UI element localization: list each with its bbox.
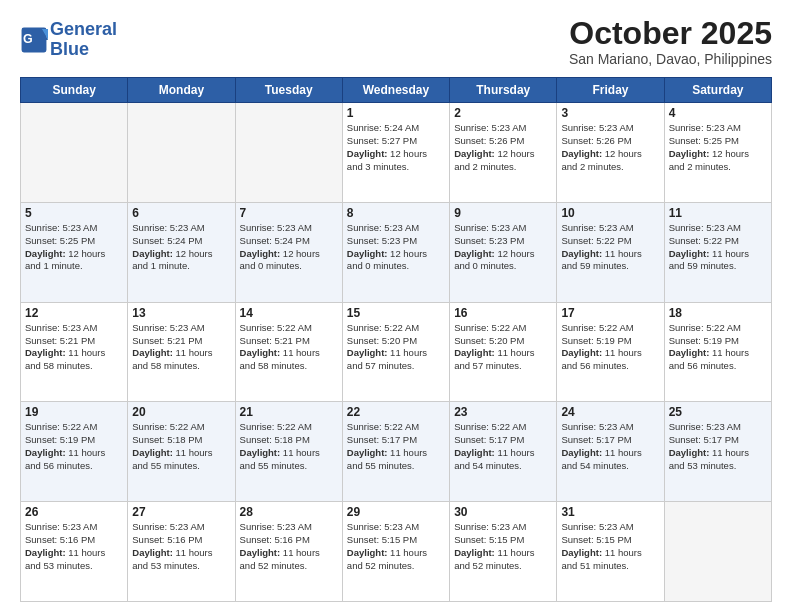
weekday-header-monday: Monday bbox=[128, 78, 235, 103]
weekday-header-friday: Friday bbox=[557, 78, 664, 103]
calendar-week-row: 5Sunrise: 5:23 AMSunset: 5:25 PMDaylight… bbox=[21, 202, 772, 302]
cell-text: Sunrise: 5:23 AMSunset: 5:24 PMDaylight:… bbox=[132, 222, 230, 273]
calendar-cell: 30Sunrise: 5:23 AMSunset: 5:15 PMDayligh… bbox=[450, 502, 557, 602]
calendar-cell: 11Sunrise: 5:23 AMSunset: 5:22 PMDayligh… bbox=[664, 202, 771, 302]
weekday-header-saturday: Saturday bbox=[664, 78, 771, 103]
cell-text: Sunrise: 5:23 AMSunset: 5:17 PMDaylight:… bbox=[561, 421, 659, 472]
cell-text: Sunrise: 5:23 AMSunset: 5:26 PMDaylight:… bbox=[454, 122, 552, 173]
calendar-cell bbox=[21, 103, 128, 203]
day-number: 3 bbox=[561, 106, 659, 120]
cell-text: Sunrise: 5:22 AMSunset: 5:21 PMDaylight:… bbox=[240, 322, 338, 373]
calendar-cell: 15Sunrise: 5:22 AMSunset: 5:20 PMDayligh… bbox=[342, 302, 449, 402]
calendar-cell bbox=[128, 103, 235, 203]
calendar-cell bbox=[664, 502, 771, 602]
calendar-week-row: 12Sunrise: 5:23 AMSunset: 5:21 PMDayligh… bbox=[21, 302, 772, 402]
logo-line2: Blue bbox=[50, 40, 117, 60]
day-number: 26 bbox=[25, 505, 123, 519]
weekday-header-tuesday: Tuesday bbox=[235, 78, 342, 103]
day-number: 21 bbox=[240, 405, 338, 419]
day-number: 4 bbox=[669, 106, 767, 120]
cell-text: Sunrise: 5:22 AMSunset: 5:18 PMDaylight:… bbox=[132, 421, 230, 472]
day-number: 1 bbox=[347, 106, 445, 120]
cell-text: Sunrise: 5:23 AMSunset: 5:23 PMDaylight:… bbox=[454, 222, 552, 273]
day-number: 18 bbox=[669, 306, 767, 320]
cell-text: Sunrise: 5:23 AMSunset: 5:16 PMDaylight:… bbox=[132, 521, 230, 572]
day-number: 19 bbox=[25, 405, 123, 419]
calendar-cell: 9Sunrise: 5:23 AMSunset: 5:23 PMDaylight… bbox=[450, 202, 557, 302]
month-title: October 2025 bbox=[569, 16, 772, 51]
day-number: 24 bbox=[561, 405, 659, 419]
day-number: 20 bbox=[132, 405, 230, 419]
calendar-cell: 10Sunrise: 5:23 AMSunset: 5:22 PMDayligh… bbox=[557, 202, 664, 302]
calendar-cell: 28Sunrise: 5:23 AMSunset: 5:16 PMDayligh… bbox=[235, 502, 342, 602]
day-number: 13 bbox=[132, 306, 230, 320]
day-number: 5 bbox=[25, 206, 123, 220]
day-number: 9 bbox=[454, 206, 552, 220]
calendar-cell: 8Sunrise: 5:23 AMSunset: 5:23 PMDaylight… bbox=[342, 202, 449, 302]
day-number: 6 bbox=[132, 206, 230, 220]
cell-text: Sunrise: 5:23 AMSunset: 5:17 PMDaylight:… bbox=[669, 421, 767, 472]
day-number: 2 bbox=[454, 106, 552, 120]
day-number: 31 bbox=[561, 505, 659, 519]
calendar-week-row: 19Sunrise: 5:22 AMSunset: 5:19 PMDayligh… bbox=[21, 402, 772, 502]
calendar-cell: 4Sunrise: 5:23 AMSunset: 5:25 PMDaylight… bbox=[664, 103, 771, 203]
day-number: 30 bbox=[454, 505, 552, 519]
cell-text: Sunrise: 5:23 AMSunset: 5:26 PMDaylight:… bbox=[561, 122, 659, 173]
day-number: 17 bbox=[561, 306, 659, 320]
cell-text: Sunrise: 5:23 AMSunset: 5:15 PMDaylight:… bbox=[561, 521, 659, 572]
cell-text: Sunrise: 5:23 AMSunset: 5:16 PMDaylight:… bbox=[25, 521, 123, 572]
day-number: 25 bbox=[669, 405, 767, 419]
calendar-cell: 24Sunrise: 5:23 AMSunset: 5:17 PMDayligh… bbox=[557, 402, 664, 502]
day-number: 16 bbox=[454, 306, 552, 320]
calendar-cell: 1Sunrise: 5:24 AMSunset: 5:27 PMDaylight… bbox=[342, 103, 449, 203]
calendar-week-row: 1Sunrise: 5:24 AMSunset: 5:27 PMDaylight… bbox=[21, 103, 772, 203]
day-number: 8 bbox=[347, 206, 445, 220]
cell-text: Sunrise: 5:23 AMSunset: 5:25 PMDaylight:… bbox=[669, 122, 767, 173]
calendar-cell: 14Sunrise: 5:22 AMSunset: 5:21 PMDayligh… bbox=[235, 302, 342, 402]
calendar-cell: 7Sunrise: 5:23 AMSunset: 5:24 PMDaylight… bbox=[235, 202, 342, 302]
svg-text:G: G bbox=[23, 32, 33, 46]
calendar-cell: 27Sunrise: 5:23 AMSunset: 5:16 PMDayligh… bbox=[128, 502, 235, 602]
location-subtitle: San Mariano, Davao, Philippines bbox=[569, 51, 772, 67]
day-number: 23 bbox=[454, 405, 552, 419]
calendar-cell: 19Sunrise: 5:22 AMSunset: 5:19 PMDayligh… bbox=[21, 402, 128, 502]
cell-text: Sunrise: 5:22 AMSunset: 5:17 PMDaylight:… bbox=[347, 421, 445, 472]
weekday-header-row: SundayMondayTuesdayWednesdayThursdayFrid… bbox=[21, 78, 772, 103]
logo-icon: G bbox=[20, 26, 48, 54]
cell-text: Sunrise: 5:22 AMSunset: 5:19 PMDaylight:… bbox=[669, 322, 767, 373]
weekday-header-sunday: Sunday bbox=[21, 78, 128, 103]
header: G General Blue October 2025 San Mariano,… bbox=[20, 16, 772, 67]
calendar-cell: 3Sunrise: 5:23 AMSunset: 5:26 PMDaylight… bbox=[557, 103, 664, 203]
cell-text: Sunrise: 5:23 AMSunset: 5:15 PMDaylight:… bbox=[454, 521, 552, 572]
cell-text: Sunrise: 5:23 AMSunset: 5:21 PMDaylight:… bbox=[132, 322, 230, 373]
calendar-cell: 20Sunrise: 5:22 AMSunset: 5:18 PMDayligh… bbox=[128, 402, 235, 502]
cell-text: Sunrise: 5:23 AMSunset: 5:22 PMDaylight:… bbox=[561, 222, 659, 273]
calendar-cell: 21Sunrise: 5:22 AMSunset: 5:18 PMDayligh… bbox=[235, 402, 342, 502]
calendar-cell: 6Sunrise: 5:23 AMSunset: 5:24 PMDaylight… bbox=[128, 202, 235, 302]
cell-text: Sunrise: 5:22 AMSunset: 5:20 PMDaylight:… bbox=[347, 322, 445, 373]
cell-text: Sunrise: 5:24 AMSunset: 5:27 PMDaylight:… bbox=[347, 122, 445, 173]
logo-line1: General bbox=[50, 20, 117, 40]
calendar-cell: 16Sunrise: 5:22 AMSunset: 5:20 PMDayligh… bbox=[450, 302, 557, 402]
day-number: 15 bbox=[347, 306, 445, 320]
title-block: October 2025 San Mariano, Davao, Philipp… bbox=[569, 16, 772, 67]
cell-text: Sunrise: 5:22 AMSunset: 5:19 PMDaylight:… bbox=[25, 421, 123, 472]
cell-text: Sunrise: 5:22 AMSunset: 5:17 PMDaylight:… bbox=[454, 421, 552, 472]
calendar-cell: 29Sunrise: 5:23 AMSunset: 5:15 PMDayligh… bbox=[342, 502, 449, 602]
calendar-cell: 17Sunrise: 5:22 AMSunset: 5:19 PMDayligh… bbox=[557, 302, 664, 402]
cell-text: Sunrise: 5:23 AMSunset: 5:21 PMDaylight:… bbox=[25, 322, 123, 373]
calendar-week-row: 26Sunrise: 5:23 AMSunset: 5:16 PMDayligh… bbox=[21, 502, 772, 602]
cell-text: Sunrise: 5:23 AMSunset: 5:24 PMDaylight:… bbox=[240, 222, 338, 273]
logo-text: General Blue bbox=[50, 20, 117, 60]
calendar-cell: 22Sunrise: 5:22 AMSunset: 5:17 PMDayligh… bbox=[342, 402, 449, 502]
calendar-cell: 26Sunrise: 5:23 AMSunset: 5:16 PMDayligh… bbox=[21, 502, 128, 602]
day-number: 29 bbox=[347, 505, 445, 519]
day-number: 7 bbox=[240, 206, 338, 220]
calendar-cell: 31Sunrise: 5:23 AMSunset: 5:15 PMDayligh… bbox=[557, 502, 664, 602]
calendar-cell: 12Sunrise: 5:23 AMSunset: 5:21 PMDayligh… bbox=[21, 302, 128, 402]
day-number: 22 bbox=[347, 405, 445, 419]
cell-text: Sunrise: 5:23 AMSunset: 5:23 PMDaylight:… bbox=[347, 222, 445, 273]
cell-text: Sunrise: 5:22 AMSunset: 5:18 PMDaylight:… bbox=[240, 421, 338, 472]
calendar-cell: 5Sunrise: 5:23 AMSunset: 5:25 PMDaylight… bbox=[21, 202, 128, 302]
calendar-cell: 13Sunrise: 5:23 AMSunset: 5:21 PMDayligh… bbox=[128, 302, 235, 402]
